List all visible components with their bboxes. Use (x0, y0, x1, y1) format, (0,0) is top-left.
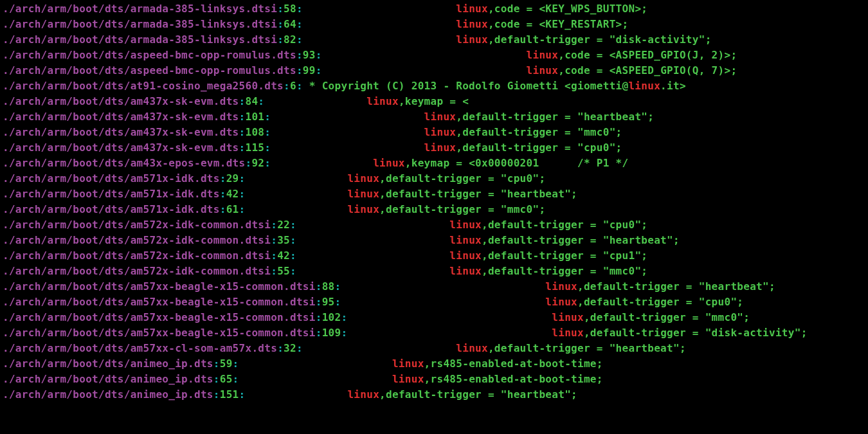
file-path: ./arch/arm/boot/dts/armada-385-linksys.d… (3, 18, 277, 30)
matched-line-text (347, 311, 552, 323)
file-path: ./arch/arm/boot/dts/aspeed-bmc-opp-romul… (3, 49, 296, 61)
line-number: 32 (284, 342, 296, 354)
file-path: ./arch/arm/boot/dts/animeo_ip.dts (3, 373, 213, 385)
separator-colon: : (258, 95, 264, 107)
matched-line-text (264, 95, 366, 107)
matched-line-text (296, 219, 449, 231)
grep-result-line: ./arch/arm/boot/dts/armada-385-linksys.d… (3, 1, 865, 17)
line-number: 109 (322, 327, 341, 339)
line-number: 93 (303, 49, 316, 61)
line-number: 59 (220, 357, 233, 370)
grep-result-line: ./arch/arm/boot/dts/am571x-idk.dts:42: l… (3, 186, 865, 202)
grep-result-line: ./arch/arm/boot/dts/armada-385-linksys.d… (3, 17, 865, 32)
file-path: ./arch/arm/boot/dts/am437x-sk-evm.dts (3, 126, 239, 138)
separator-colon: : (296, 64, 303, 77)
matched-line-text: ,default-trigger = "cpu1"; (482, 249, 647, 262)
grep-match: linux (347, 388, 379, 401)
separator-colon: : (296, 33, 303, 46)
matched-line-text (296, 249, 449, 262)
separator-colon: : (290, 234, 296, 246)
matched-line-text: ,default-trigger = "heartbeat"; (482, 234, 680, 246)
grep-match: linux (373, 157, 405, 169)
matched-line-text (303, 3, 456, 15)
separator-colon: : (220, 172, 226, 185)
grep-result-line: ./arch/arm/boot/dts/am57xx-beagle-x15-co… (3, 310, 865, 325)
separator-colon: : (296, 342, 303, 354)
grep-match: linux (545, 296, 577, 308)
separator-colon: : (296, 49, 303, 61)
separator-colon: : (296, 80, 303, 92)
grep-result-line: ./arch/arm/boot/dts/am57xx-cl-som-am57x.… (3, 341, 865, 356)
separator-colon: : (290, 249, 296, 262)
separator-colon: : (277, 342, 284, 354)
file-path: ./arch/arm/boot/dts/am57xx-beagle-x15-co… (3, 327, 316, 339)
matched-line-text (296, 234, 449, 246)
separator-colon: : (271, 234, 277, 246)
line-number: 61 (226, 203, 239, 215)
file-path: ./arch/arm/boot/dts/am571x-idk.dts (3, 172, 220, 185)
grep-result-line: ./arch/arm/boot/dts/am437x-sk-evm.dts:10… (3, 125, 865, 140)
matched-line-text (271, 141, 424, 154)
matched-line-text: ,default-trigger = "mmc0"; (584, 311, 750, 323)
matched-line-text (341, 296, 545, 308)
grep-match: linux (392, 373, 424, 385)
grep-result-line: ./arch/arm/boot/dts/am57xx-beagle-x15-co… (3, 279, 865, 294)
grep-match: linux (392, 357, 424, 370)
separator-colon: : (341, 311, 347, 323)
grep-result-line: ./arch/arm/boot/dts/am571x-idk.dts:29: l… (3, 171, 865, 186)
separator-colon: : (233, 373, 239, 385)
file-path: ./arch/arm/boot/dts/am571x-idk.dts (3, 188, 220, 200)
grep-match: linux (456, 18, 488, 30)
grep-match: linux (527, 64, 559, 77)
separator-colon: : (290, 265, 296, 277)
separator-colon: : (316, 64, 322, 77)
grep-match: linux (366, 95, 399, 107)
grep-result-line: ./arch/arm/boot/dts/am57xx-beagle-x15-co… (3, 325, 865, 341)
matched-line-text (296, 265, 449, 277)
line-number: 6 (290, 80, 296, 92)
file-path: ./arch/arm/boot/dts/am57xx-beagle-x15-co… (3, 296, 316, 308)
separator-colon: : (290, 219, 296, 231)
grep-match: linux (456, 342, 488, 354)
matched-line-text: ,default-trigger = "mmc0"; (379, 203, 545, 215)
matched-line-text (271, 157, 373, 169)
grep-result-line: ./arch/arm/boot/dts/am57xx-beagle-x15-co… (3, 294, 865, 310)
matched-line-text (303, 33, 456, 46)
separator-colon: : (335, 280, 341, 293)
separator-colon: : (277, 18, 284, 30)
matched-line-text: ,code = <KEY_WPS_BUTTON>; (488, 3, 647, 15)
grep-result-line: ./arch/arm/boot/dts/animeo_ip.dts:151: l… (3, 387, 865, 402)
matched-line-text (239, 357, 392, 370)
separator-colon: : (220, 203, 226, 215)
matched-line-text: ,rs485-enabled-at-boot-time; (424, 373, 603, 385)
separator-colon: : (239, 111, 246, 123)
matched-line-text: ,default-trigger = "heartbeat"; (379, 388, 577, 401)
file-path: ./arch/arm/boot/dts/animeo_ip.dts (3, 388, 213, 401)
separator-colon: : (213, 373, 220, 385)
line-number: 151 (220, 388, 239, 401)
file-path: ./arch/arm/boot/dts/animeo_ip.dts (3, 357, 213, 370)
line-number: 29 (226, 172, 239, 185)
grep-match: linux (449, 234, 482, 246)
matched-line-text (303, 342, 456, 354)
grep-result-line: ./arch/arm/boot/dts/am572x-idk-common.dt… (3, 264, 865, 279)
separator-colon: : (316, 280, 322, 293)
grep-result-line: ./arch/arm/boot/dts/armada-385-linksys.d… (3, 32, 865, 48)
matched-line-text: ,default-trigger = "heartbeat"; (456, 111, 654, 123)
line-number: 95 (322, 296, 335, 308)
file-path: ./arch/arm/boot/dts/am437x-sk-evm.dts (3, 111, 239, 123)
file-path: ./arch/arm/boot/dts/am43x-epos-evm.dts (3, 157, 245, 169)
grep-match: linux (545, 280, 577, 293)
grep-result-line: ./arch/arm/boot/dts/am437x-sk-evm.dts:10… (3, 109, 865, 125)
separator-colon: : (233, 357, 239, 370)
terminal-output[interactable]: ./arch/arm/boot/dts/armada-385-linksys.d… (0, 0, 868, 404)
grep-match: linux (347, 172, 379, 185)
file-path: ./arch/arm/boot/dts/aspeed-bmc-opp-romul… (3, 64, 296, 77)
matched-line-text (245, 188, 347, 200)
matched-line-text: ,code = <ASPEED_GPIO(J, 2)>; (558, 49, 737, 61)
line-number: 35 (277, 234, 290, 246)
separator-colon: : (239, 172, 246, 185)
file-path: ./arch/arm/boot/dts/at91-cosino_mega2560… (3, 80, 284, 92)
separator-colon: : (335, 296, 341, 308)
separator-colon: : (284, 80, 290, 92)
